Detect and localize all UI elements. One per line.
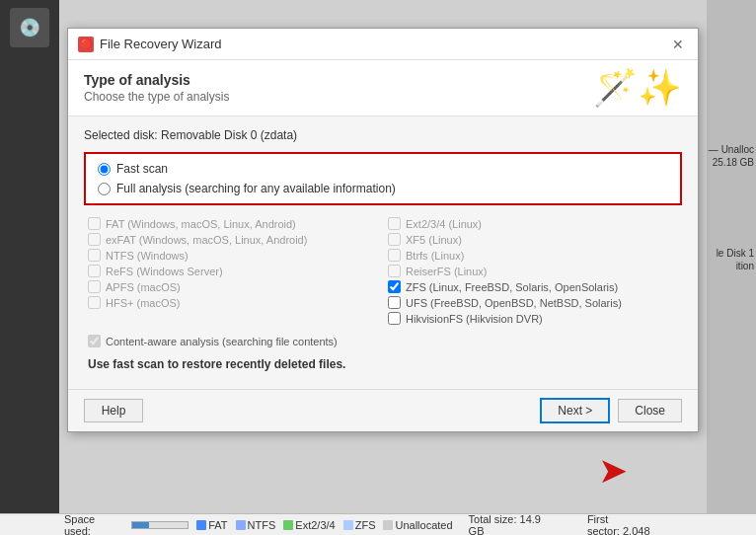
full-analysis-option[interactable]: Full analysis (searching for any availab… xyxy=(98,182,668,195)
content-aware-checkbox[interactable] xyxy=(88,335,101,347)
seg-ext234: Ext2/3/4 xyxy=(283,519,335,531)
file-recovery-dialog: 🔴 File Recovery Wizard ✕ Type of analysi… xyxy=(67,28,699,432)
radio-group: Fast scan Full analysis (searching for a… xyxy=(84,152,682,205)
dialog-body: Selected disk: Removable Disk 0 (zdata) … xyxy=(68,116,698,389)
space-used-bar-fill xyxy=(132,522,149,528)
space-used-bar-container xyxy=(131,521,189,529)
seg-fat-label: FAT xyxy=(208,519,227,531)
seg-zfs: ZFS xyxy=(343,519,376,531)
dialog-title-left: 🔴 File Recovery Wizard xyxy=(78,37,222,52)
fs-hikvision-label: HikvisionFS (Hikvision DVR) xyxy=(406,313,543,325)
seg-ntfs-label: NTFS xyxy=(248,519,276,531)
fs-ntfs-checkbox[interactable] xyxy=(88,249,101,262)
full-analysis-label: Full analysis (searching for any availab… xyxy=(116,182,396,195)
content-aware-label: Content-aware analysis (searching file c… xyxy=(106,336,338,347)
dialog-footer: Help Next > Close xyxy=(68,389,698,431)
fs-ntfs[interactable]: NTFS (Windows) xyxy=(88,249,378,262)
first-sector: First sector: 2,048 xyxy=(587,513,672,536)
seg-ntfs: NTFS xyxy=(236,519,276,531)
fs-fat[interactable]: FAT (Windows, macOS, Linux, Android) xyxy=(88,217,378,230)
fs-hfsplus-checkbox[interactable] xyxy=(88,296,101,309)
fs-hikvision[interactable]: HikvisionFS (Hikvision DVR) xyxy=(388,312,678,325)
fs-ntfs-label: NTFS (Windows) xyxy=(106,250,189,262)
fs-apfs-checkbox[interactable] xyxy=(88,280,101,293)
fs-reiserfs-label: ReiserFS (Linux) xyxy=(406,266,488,277)
dialog-header: Type of analysis Choose the type of anal… xyxy=(68,60,698,116)
fs-fat-checkbox[interactable] xyxy=(88,217,101,230)
fs-ufs-checkbox[interactable] xyxy=(388,296,401,309)
fs-ext234-label: Ext2/3/4 (Linux) xyxy=(406,218,482,230)
fs-apfs-label: APFS (macOS) xyxy=(106,281,181,293)
fs-refs-label: ReFS (Windows Server) xyxy=(106,266,223,277)
dialog-subtitle: Choose the type of analysis xyxy=(84,90,229,104)
fs-fat-label: FAT (Windows, macOS, Linux, Android) xyxy=(106,218,296,230)
fs-xf5-checkbox[interactable] xyxy=(388,233,401,246)
seg-zfs-label: ZFS xyxy=(355,519,376,531)
dialog-titlebar: 🔴 File Recovery Wizard ✕ xyxy=(68,29,698,60)
fs-hfsplus-label: HFS+ (macOS) xyxy=(106,297,180,309)
seg-fat: FAT xyxy=(196,519,227,531)
dialog-main-title: Type of analysis xyxy=(84,72,229,88)
info-text: Use fast scan to restore recently delete… xyxy=(84,357,682,371)
fs-exfat-checkbox[interactable] xyxy=(88,233,101,246)
seg-ext234-label: Ext2/3/4 xyxy=(295,519,335,531)
fs-reiserfs[interactable]: ReiserFS (Linux) xyxy=(388,265,678,277)
help-button[interactable]: Help xyxy=(84,399,143,422)
full-analysis-radio[interactable] xyxy=(98,183,111,195)
fs-refs[interactable]: ReFS (Windows Server) xyxy=(88,265,378,277)
fs-ufs[interactable]: UFS (FreeBSD, OpenBSD, NetBSD, Solaris) xyxy=(388,296,678,309)
fs-btrfs[interactable]: Btrfs (Linux) xyxy=(388,249,678,262)
status-bar: Space used: FAT NTFS Ext2/3/4 ZFS Unallo… xyxy=(0,513,756,535)
fs-btrfs-label: Btrfs (Linux) xyxy=(406,250,464,262)
next-arrow-indicator: ➤ xyxy=(598,450,628,492)
fs-exfat-label: exFAT (Windows, macOS, Linux, Android) xyxy=(106,234,307,246)
status-space-used: Space used: xyxy=(64,513,192,536)
total-size: Total size: 14.9 GB xyxy=(469,513,558,536)
fast-scan-label: Fast scan xyxy=(116,162,168,176)
content-aware-option[interactable]: Content-aware analysis (searching file c… xyxy=(84,335,682,347)
seg-unalloc-label: Unallocated xyxy=(395,519,452,531)
fs-reiserfs-checkbox[interactable] xyxy=(388,265,401,277)
footer-right-buttons: Next > Close xyxy=(540,398,682,423)
space-used-label: Space used: xyxy=(64,513,123,536)
fs-hfsplus[interactable]: HFS+ (macOS) xyxy=(88,296,378,309)
fs-zfs[interactable]: ZFS (Linux, FreeBSD, Solaris, OpenSolari… xyxy=(388,280,678,293)
fs-ext234-checkbox[interactable] xyxy=(388,217,401,230)
fs-xf5[interactable]: XF5 (Linux) xyxy=(388,233,678,246)
fast-scan-option[interactable]: Fast scan xyxy=(98,162,668,176)
dialog-title: File Recovery Wizard xyxy=(100,37,222,51)
fs-ufs-label: UFS (FreeBSD, OpenBSD, NetBSD, Solaris) xyxy=(406,297,622,309)
next-button[interactable]: Next > xyxy=(540,398,610,423)
fast-scan-radio[interactable] xyxy=(98,163,111,176)
fs-hikvision-checkbox[interactable] xyxy=(388,312,401,325)
filesystem-grid: FAT (Windows, macOS, Linux, Android) Ext… xyxy=(84,217,682,325)
fs-apfs[interactable]: APFS (macOS) xyxy=(88,280,378,293)
fs-xf5-label: XF5 (Linux) xyxy=(406,234,462,246)
close-button[interactable]: ✕ xyxy=(668,35,688,54)
dialog-close-button[interactable]: Close xyxy=(618,399,682,422)
wizard-icon: 🪄✨ xyxy=(593,70,682,106)
seg-unalloc: Unallocated xyxy=(383,519,452,531)
fs-zfs-checkbox[interactable] xyxy=(388,280,401,293)
fs-btrfs-checkbox[interactable] xyxy=(388,249,401,262)
fs-zfs-label: ZFS (Linux, FreeBSD, Solaris, OpenSolari… xyxy=(406,281,618,293)
fs-ext234[interactable]: Ext2/3/4 (Linux) xyxy=(388,217,678,230)
selected-disk-label: Selected disk: Removable Disk 0 (zdata) xyxy=(84,128,682,142)
dialog-app-icon: 🔴 xyxy=(78,37,94,52)
fs-refs-checkbox[interactable] xyxy=(88,265,101,277)
status-segments: FAT NTFS Ext2/3/4 ZFS Unallocated xyxy=(196,519,452,531)
fs-exfat[interactable]: exFAT (Windows, macOS, Linux, Android) xyxy=(88,233,378,246)
dialog-header-text: Type of analysis Choose the type of anal… xyxy=(84,72,229,104)
